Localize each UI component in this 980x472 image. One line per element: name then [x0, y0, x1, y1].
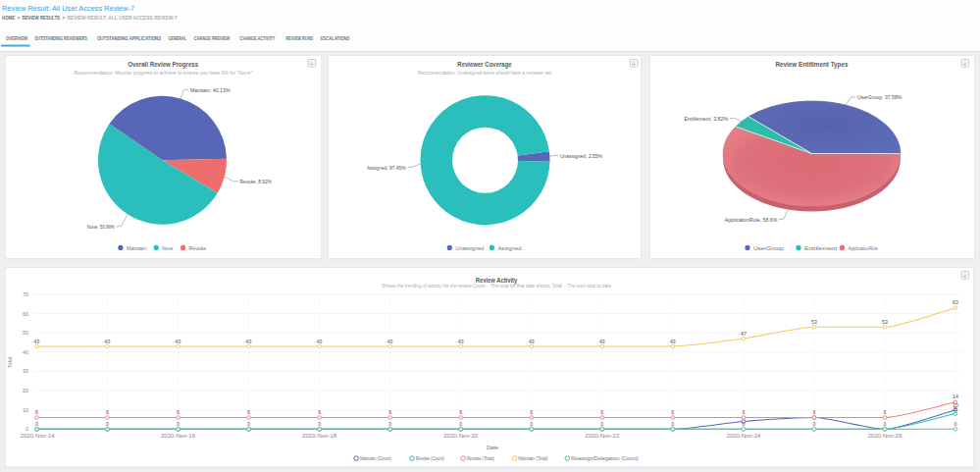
svg-text:6: 6	[247, 409, 250, 415]
svg-text:20: 20	[23, 388, 28, 393]
svg-text:6: 6	[884, 409, 887, 415]
svg-text:60: 60	[23, 311, 28, 317]
svg-text:6: 6	[600, 409, 603, 415]
svg-text:43: 43	[529, 339, 535, 344]
svg-text:6: 6	[388, 409, 391, 415]
svg-text:53: 53	[811, 319, 817, 325]
svg-text:0: 0	[530, 421, 533, 427]
svg-text:6: 6	[177, 409, 180, 415]
svg-text:Recommendation: Unassigned ite: Recommendation: Unassigned items should …	[418, 70, 552, 76]
svg-text:ApplicationRole, 58.6%: ApplicationRole, 58.6%	[725, 217, 778, 223]
svg-text:HOME > REVIEW RESULTS >: HOME > REVIEW RESULTS >	[2, 16, 65, 21]
svg-text:6: 6	[530, 409, 533, 415]
svg-text:43: 43	[670, 339, 676, 344]
svg-text:Maintain (Count): Maintain (Count)	[360, 455, 391, 461]
svg-text:2020-Nov-14: 2020-Nov-14	[21, 433, 55, 439]
svg-text:63: 63	[953, 299, 958, 305]
svg-text:0: 0	[388, 421, 391, 427]
svg-text:6: 6	[318, 409, 321, 415]
svg-text:43: 43	[105, 339, 111, 344]
svg-text:0: 0	[954, 421, 957, 427]
svg-text:43: 43	[599, 339, 605, 344]
svg-text:Maintain: Maintain	[127, 245, 146, 251]
svg-text:30: 30	[23, 368, 28, 374]
svg-text:Revoke (Count): Revoke (Count)	[416, 455, 444, 461]
svg-text:Reviewer Coverage: Reviewer Coverage	[457, 60, 511, 69]
svg-text:0: 0	[35, 421, 38, 427]
svg-text:43: 43	[176, 339, 181, 344]
svg-text:GENERAL: GENERAL	[168, 35, 186, 41]
svg-text:UserGroup: UserGroup	[753, 245, 784, 251]
svg-text:Entitlement: Entitlement	[804, 245, 838, 251]
svg-text:Recommendation: Monitor progre: Recommendation: Monitor progress to achi…	[74, 70, 252, 76]
svg-text:OUTSTANDING APPLICATIONS: OUTSTANDING APPLICATIONS	[97, 35, 162, 41]
svg-text:0: 0	[600, 421, 603, 427]
svg-text:Total: Total	[7, 357, 13, 369]
svg-text:CHANGE ACTIVITY: CHANGE ACTIVITY	[240, 35, 276, 41]
svg-text:Assigned: Assigned	[497, 245, 521, 251]
svg-text:43: 43	[246, 339, 252, 344]
svg-text:Review Entitlment Types: Review Entitlment Types	[776, 60, 849, 69]
svg-text:6: 6	[812, 409, 815, 415]
svg-text:Entitlement, 3.82%: Entitlement, 3.82%	[685, 116, 729, 122]
svg-text:Maintain, 40.13%: Maintain, 40.13%	[190, 87, 231, 93]
svg-text:47: 47	[741, 331, 747, 337]
svg-text:Assigned, 97.45%: Assigned, 97.45%	[367, 165, 406, 171]
svg-text:0: 0	[177, 421, 180, 427]
svg-text:Unassigned, 2.55%: Unassigned, 2.55%	[560, 153, 602, 159]
svg-text:Overall Review Progress: Overall Review Progress	[128, 60, 198, 69]
svg-text:6: 6	[671, 409, 674, 415]
svg-text:6: 6	[35, 409, 38, 415]
svg-text:REVIEW RUNS: REVIEW RUNS	[286, 35, 314, 41]
svg-text:UserGroup, 37.58%: UserGroup, 37.58%	[857, 94, 902, 100]
svg-text:8: 8	[954, 406, 957, 412]
svg-text:0: 0	[106, 421, 109, 427]
svg-text:6: 6	[459, 409, 462, 415]
svg-text:Shows the trending of activity: Shows the trending of activity for the r…	[382, 283, 611, 288]
svg-text:CHANGE PREVIEW: CHANGE PREVIEW	[194, 35, 230, 41]
svg-text:14: 14	[953, 393, 958, 399]
svg-text:0: 0	[459, 421, 462, 427]
svg-text:2020-Nov-22: 2020-Nov-22	[585, 433, 619, 439]
svg-text:43: 43	[34, 339, 40, 344]
svg-text:2020-Nov-20: 2020-Nov-20	[443, 433, 478, 439]
svg-text:0: 0	[812, 421, 815, 427]
svg-text:Review Result: All User Access: Review Result: All User Access Review-7	[2, 4, 134, 13]
svg-text:Revoke (Total): Revoke (Total)	[467, 455, 494, 461]
svg-text:40: 40	[23, 349, 28, 355]
svg-text:OUTSTANDING REVIEWERS: OUTSTANDING REVIEWERS	[34, 35, 87, 41]
svg-text:6: 6	[106, 409, 109, 415]
svg-text:Revoke: Revoke	[189, 245, 207, 251]
svg-text:Revoke, 8.92%: Revoke, 8.92%	[240, 179, 272, 184]
svg-text:0: 0	[884, 421, 887, 427]
svg-text:0: 0	[26, 426, 28, 432]
svg-text:ApplicationRole: ApplicationRole	[849, 245, 878, 251]
svg-text:6: 6	[742, 409, 745, 415]
svg-text:None: None	[162, 245, 173, 251]
svg-text:2020-Nov-16: 2020-Nov-16	[161, 433, 195, 439]
svg-text:2020-Nov-24: 2020-Nov-24	[726, 433, 760, 439]
svg-text:2020-Nov-26: 2020-Nov-26	[868, 433, 903, 439]
svg-text:43: 43	[317, 339, 323, 344]
svg-text:ESCALATIONS: ESCALATIONS	[321, 35, 350, 41]
svg-text:53: 53	[882, 319, 888, 325]
svg-text:0: 0	[671, 421, 674, 427]
svg-text:Reassign/Delegation (Count): Reassign/Delegation (Count)	[571, 455, 639, 461]
svg-text:Maintain (Total): Maintain (Total)	[518, 455, 548, 461]
svg-text:50: 50	[23, 330, 28, 336]
svg-text:None, 50.96%: None, 50.96%	[87, 224, 115, 230]
svg-text:43: 43	[458, 339, 464, 344]
svg-text:0: 0	[318, 421, 321, 427]
svg-text:0: 0	[247, 421, 250, 427]
svg-text:REVIEW RESULT: ALL USER ACCESS: REVIEW RESULT: ALL USER ACCESS REVIEW-7	[68, 16, 178, 21]
svg-text:Unassigned: Unassigned	[455, 245, 484, 251]
svg-text:43: 43	[387, 339, 393, 344]
svg-text:10: 10	[23, 407, 28, 413]
svg-text:0: 0	[742, 421, 745, 427]
svg-text:70: 70	[23, 291, 28, 297]
svg-text:Date: Date	[487, 445, 498, 450]
svg-text:2020-Nov-18: 2020-Nov-18	[302, 433, 336, 439]
svg-text:OVERVIEW: OVERVIEW	[6, 35, 27, 41]
